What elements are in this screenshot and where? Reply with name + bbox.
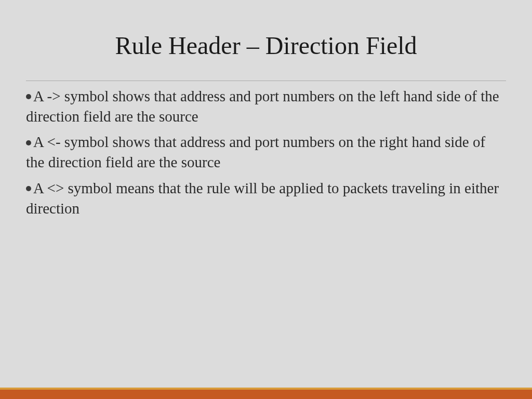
bullet-icon: [26, 94, 31, 99]
bullet-text: A <> symbol means that the rule will be …: [26, 180, 499, 217]
bullet-text: A -> symbol shows that address and port …: [26, 88, 499, 125]
slide-content: A -> symbol shows that address and port …: [26, 86, 506, 219]
bullet-item: A -> symbol shows that address and port …: [26, 86, 506, 127]
slide-title: Rule Header – Direction Field: [26, 31, 506, 60]
slide-container: Rule Header – Direction Field A -> symbo…: [0, 0, 532, 399]
bullet-item: A <- symbol shows that address and port …: [26, 132, 506, 172]
footer-orange-stripe: [0, 390, 532, 399]
bullet-icon: [26, 140, 31, 145]
bullet-icon: [26, 186, 31, 191]
footer-bar: [0, 388, 532, 399]
title-divider: [26, 81, 506, 81]
bullet-text: A <- symbol shows that address and port …: [26, 134, 485, 170]
bullet-item: A <> symbol means that the rule will be …: [26, 178, 506, 219]
